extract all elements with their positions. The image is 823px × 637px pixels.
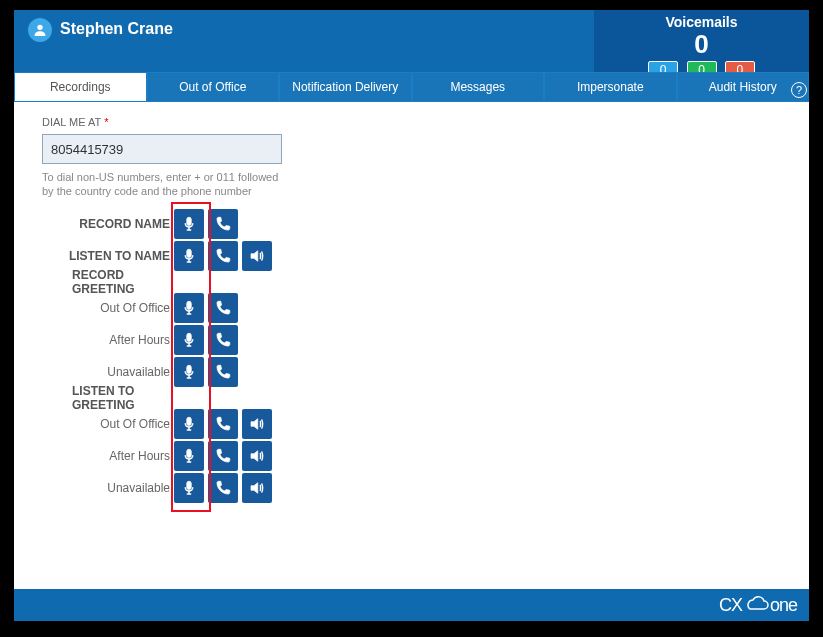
row-label-record-name: RECORD NAME xyxy=(42,217,174,231)
brand-prefix: CX xyxy=(719,595,742,615)
row-label-rg-un: Unavailable xyxy=(42,365,174,379)
brand-logo: CXone xyxy=(719,595,797,616)
user-name: Stephen Crane xyxy=(60,20,173,38)
microphone-icon[interactable] xyxy=(174,209,204,239)
section-record-greeting: RECORD GREETING xyxy=(42,272,174,292)
row-label-rg-ah: After Hours xyxy=(42,333,174,347)
tab-recordings[interactable]: Recordings xyxy=(14,72,147,102)
microphone-icon[interactable] xyxy=(174,241,204,271)
dial-input[interactable] xyxy=(42,134,282,164)
row-label-lg-ah: After Hours xyxy=(42,449,174,463)
required-mark: * xyxy=(104,116,108,128)
microphone-icon[interactable] xyxy=(174,441,204,471)
dial-hint: To dial non-US numbers, enter + or 011 f… xyxy=(42,170,292,198)
microphone-icon[interactable] xyxy=(174,325,204,355)
dial-label: DIAL ME AT * xyxy=(42,116,789,128)
voicemails-count: 0 xyxy=(594,30,809,58)
help-icon[interactable]: ? xyxy=(791,82,807,98)
microphone-icon[interactable] xyxy=(174,357,204,387)
dial-label-text: DIAL ME AT xyxy=(42,116,101,128)
speaker-icon[interactable] xyxy=(242,473,272,503)
phone-icon[interactable] xyxy=(208,241,238,271)
phone-icon[interactable] xyxy=(208,441,238,471)
row-label-listen-name: LISTEN TO NAME xyxy=(42,249,174,263)
tab-messages[interactable]: Messages xyxy=(412,72,545,102)
header: Stephen Crane Voicemails 0 0 0 0 Recordi… xyxy=(14,10,809,102)
svg-point-0 xyxy=(37,25,42,30)
microphone-icon[interactable] xyxy=(174,409,204,439)
section-listen-greeting: LISTEN TO GREETING xyxy=(42,388,174,408)
cloud-icon xyxy=(742,595,770,616)
tab-out-of-office[interactable]: Out of Office xyxy=(147,72,280,102)
phone-icon[interactable] xyxy=(208,409,238,439)
phone-icon[interactable] xyxy=(208,325,238,355)
speaker-icon[interactable] xyxy=(242,441,272,471)
phone-icon[interactable] xyxy=(208,209,238,239)
tab-impersonate[interactable]: Impersonate xyxy=(544,72,677,102)
voicemails-label: Voicemails xyxy=(594,14,809,30)
row-label-rg-ooo: Out Of Office xyxy=(42,301,174,315)
microphone-icon[interactable] xyxy=(174,293,204,323)
phone-icon[interactable] xyxy=(208,473,238,503)
tab-audit-history[interactable]: Audit History xyxy=(677,72,810,102)
speaker-icon[interactable] xyxy=(242,241,272,271)
tab-bar: Recordings Out of Office Notification De… xyxy=(14,72,809,102)
content-area: DIAL ME AT * To dial non-US numbers, ent… xyxy=(14,102,809,590)
footer: CXone xyxy=(14,589,809,621)
avatar xyxy=(28,18,52,42)
brand-suffix: one xyxy=(770,595,797,615)
row-label-lg-ooo: Out Of Office xyxy=(42,417,174,431)
microphone-icon[interactable] xyxy=(174,473,204,503)
row-label-lg-un: Unavailable xyxy=(42,481,174,495)
tab-notification-delivery[interactable]: Notification Delivery xyxy=(279,72,412,102)
speaker-icon[interactable] xyxy=(242,409,272,439)
phone-icon[interactable] xyxy=(208,357,238,387)
phone-icon[interactable] xyxy=(208,293,238,323)
